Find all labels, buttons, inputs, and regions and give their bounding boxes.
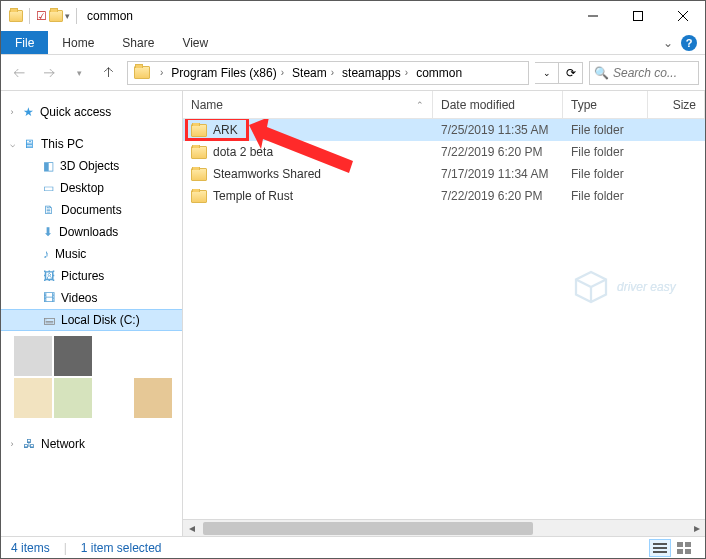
search-input[interactable] <box>613 66 683 80</box>
folder-icon <box>191 168 207 181</box>
address-bar: 🡠 🡢 ▾ 🡡 › Program Files (x86)› Steam› st… <box>1 55 705 91</box>
svg-rect-13 <box>685 542 691 547</box>
tab-file[interactable]: File <box>1 31 48 54</box>
tab-share[interactable]: Share <box>108 31 168 54</box>
svg-rect-9 <box>653 543 667 545</box>
music-icon: ♪ <box>43 247 49 261</box>
file-row[interactable]: Steamworks Shared 7/17/2019 11:34 AM Fil… <box>183 163 705 185</box>
search-icon: 🔍 <box>594 66 609 80</box>
ribbon-tabs: File Home Share View ⌄ ? <box>1 31 705 55</box>
column-size[interactable]: Size <box>648 91 705 118</box>
window-title: common <box>87 9 133 23</box>
qat-open-icon[interactable] <box>49 10 63 22</box>
desktop-icon: ▭ <box>43 181 54 195</box>
breadcrumb-item-3[interactable]: common <box>412 62 466 84</box>
downloads-icon: ⬇ <box>43 225 53 239</box>
nav-quick-access[interactable]: ›★Quick access <box>1 101 182 123</box>
watermark-logo-icon <box>573 269 609 305</box>
disk-icon: 🖴 <box>43 313 55 327</box>
folder-icon <box>191 146 207 159</box>
videos-icon: 🎞 <box>43 291 55 305</box>
nav-pictures[interactable]: 🖼Pictures <box>1 265 182 287</box>
nav-this-pc[interactable]: ⌵🖥This PC <box>1 133 182 155</box>
svg-rect-10 <box>653 547 667 549</box>
file-rows: ARK 7/25/2019 11:35 AM File folder dota … <box>183 119 705 519</box>
nav-network[interactable]: ›🖧Network <box>1 433 182 455</box>
network-icon: 🖧 <box>23 437 35 451</box>
scroll-right-arrow[interactable]: ▸ <box>688 520 705 537</box>
details-view-button[interactable] <box>649 539 671 557</box>
svg-line-5 <box>576 280 591 288</box>
documents-icon: 🗎 <box>43 203 55 217</box>
search-box[interactable]: 🔍 <box>589 61 699 85</box>
forward-button[interactable]: 🡢 <box>37 61 61 85</box>
back-button[interactable]: 🡠 <box>7 61 31 85</box>
breadcrumb-item-0[interactable]: Program Files (x86)› <box>167 62 288 84</box>
scroll-left-arrow[interactable]: ◂ <box>183 520 200 537</box>
close-button[interactable] <box>660 1 705 31</box>
column-name[interactable]: Name⌃ <box>183 91 433 118</box>
thumbnails-view-button[interactable] <box>673 539 695 557</box>
breadcrumb-root-chevron[interactable]: › <box>152 62 167 84</box>
svg-rect-14 <box>677 549 683 554</box>
minimize-button[interactable] <box>570 1 615 31</box>
up-button[interactable]: 🡡 <box>97 61 121 85</box>
quick-access-toolbar: ☑ ▾ <box>9 8 81 24</box>
navigation-pane: ›★Quick access ⌵🖥This PC ◧3D Objects ▭De… <box>1 91 183 536</box>
address-history-button[interactable]: ⌄ <box>535 62 559 84</box>
nav-downloads[interactable]: ⬇Downloads <box>1 221 182 243</box>
maximize-button[interactable] <box>615 1 660 31</box>
svg-rect-11 <box>653 551 667 553</box>
ribbon-expand-icon[interactable]: ⌄ <box>663 36 673 50</box>
column-type[interactable]: Type <box>563 91 648 118</box>
file-row[interactable]: Temple of Rust 7/22/2019 6:20 PM File fo… <box>183 185 705 207</box>
tab-home[interactable]: Home <box>48 31 108 54</box>
sort-asc-icon: ⌃ <box>416 100 424 110</box>
this-pc-icon: 🖥 <box>23 137 35 151</box>
recent-locations-button[interactable]: ▾ <box>67 61 91 85</box>
svg-rect-12 <box>677 542 683 547</box>
nav-local-disk[interactable]: 🖴Local Disk (C:) <box>1 309 182 331</box>
svg-line-6 <box>591 280 606 288</box>
nav-desktop[interactable]: ▭Desktop <box>1 177 182 199</box>
help-icon[interactable]: ? <box>681 35 697 51</box>
nav-3d-objects[interactable]: ◧3D Objects <box>1 155 182 177</box>
app-folder-icon <box>9 10 23 22</box>
watermark-overlay: driver easy <box>573 269 676 305</box>
breadcrumb[interactable]: › Program Files (x86)› Steam› steamapps›… <box>127 61 529 85</box>
watermark-text: driver easy <box>617 280 676 294</box>
nav-videos[interactable]: 🎞Videos <box>1 287 182 309</box>
refresh-button[interactable]: ⟳ <box>559 62 583 84</box>
file-row[interactable]: dota 2 beta 7/22/2019 6:20 PM File folde… <box>183 141 705 163</box>
nav-music[interactable]: ♪Music <box>1 243 182 265</box>
column-headers: Name⌃ Date modified Type Size <box>183 91 705 119</box>
thumbnails-view-icon <box>677 542 691 554</box>
svg-rect-1 <box>633 12 642 21</box>
breadcrumb-item-1[interactable]: Steam› <box>288 62 338 84</box>
breadcrumb-root-icon[interactable] <box>134 66 150 79</box>
svg-marker-4 <box>576 272 606 302</box>
column-date[interactable]: Date modified <box>433 91 563 118</box>
scroll-thumb[interactable] <box>203 522 533 535</box>
horizontal-scrollbar[interactable]: ◂ ▸ <box>183 519 705 536</box>
tab-view[interactable]: View <box>168 31 222 54</box>
folder-icon <box>191 190 207 203</box>
qat-properties-icon[interactable]: ☑ <box>36 9 47 23</box>
pictures-icon: 🖼 <box>43 269 55 283</box>
status-item-count: 4 items <box>11 541 50 555</box>
file-row[interactable]: ARK 7/25/2019 11:35 AM File folder <box>183 119 705 141</box>
svg-rect-15 <box>685 549 691 554</box>
titlebar: ☑ ▾ common <box>1 1 705 31</box>
details-view-icon <box>653 542 667 554</box>
objects3d-icon: ◧ <box>43 159 54 173</box>
file-list-pane: Name⌃ Date modified Type Size ARK 7/25/2… <box>183 91 705 536</box>
status-bar: 4 items | 1 item selected <box>1 536 705 559</box>
nav-preview-tiles <box>13 335 173 419</box>
status-selection-count: 1 item selected <box>81 541 162 555</box>
quick-access-icon: ★ <box>23 105 34 119</box>
nav-documents[interactable]: 🗎Documents <box>1 199 182 221</box>
folder-icon <box>191 124 207 137</box>
breadcrumb-item-2[interactable]: steamapps› <box>338 62 412 84</box>
qat-dropdown-icon[interactable]: ▾ <box>65 11 70 21</box>
